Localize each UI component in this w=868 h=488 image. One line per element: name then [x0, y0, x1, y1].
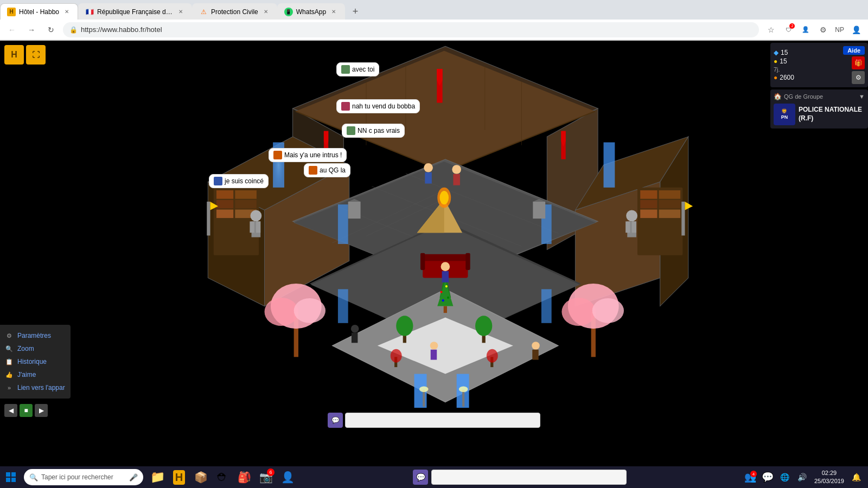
svg-rect-31	[216, 190, 233, 199]
credits-icon: ●	[774, 74, 777, 81]
tab-favicon-habbo: H	[7, 8, 16, 16]
chat-input-box[interactable]	[345, 413, 540, 428]
game-canvas[interactable]	[0, 41, 868, 447]
chat-avatar-6	[214, 177, 222, 185]
svg-point-101	[532, 342, 540, 350]
svg-rect-113	[681, 202, 685, 236]
settings-menu-btn[interactable]: ⚙	[815, 22, 831, 37]
left-menu-item-historique[interactable]: 📋 Historique	[0, 355, 71, 368]
fullscreen-btn[interactable]: ⛶	[26, 45, 46, 65]
settings-gear-btn[interactable]: ⚙	[852, 71, 865, 84]
svg-point-85	[561, 298, 596, 326]
avatar-extension-btn[interactable]: 👤	[798, 22, 813, 37]
svg-rect-35	[235, 200, 257, 209]
clock-display[interactable]: 02:29 25/03/2019	[812, 469, 846, 486]
forward-btn[interactable]: →	[24, 22, 39, 37]
parametres-label: Paramètres	[17, 332, 51, 339]
search-placeholder: Taper ici pour rechercher	[41, 473, 113, 481]
chat-avatar-1	[341, 65, 350, 74]
nav-green-btn[interactable]: ■	[20, 404, 33, 417]
users-badge: 4	[750, 471, 757, 477]
left-menu-item-parametres[interactable]: ⚙ Paramètres	[0, 329, 71, 342]
nav-left-arrow[interactable]: ◀	[4, 404, 17, 417]
notifications-btn[interactable]: 💬	[760, 470, 775, 485]
svg-rect-111	[207, 202, 210, 236]
mic-icon[interactable]: 🎤	[129, 473, 138, 481]
tab-label-wa: WhatsApp	[296, 8, 326, 16]
chat-text-2: nah tu vend du bobba	[352, 102, 415, 110]
lock-icon: 🔒	[69, 26, 78, 34]
chat-text-6: je suis coincé	[225, 177, 264, 185]
tab-favicon-wa: 📱	[284, 8, 293, 16]
tab-habbo[interactable]: H Hôtel - Habbo ✕	[0, 3, 78, 20]
coins-value: 15	[780, 57, 787, 65]
coins-row: ● 15	[774, 57, 794, 65]
tab-close-rf[interactable]: ✕	[176, 8, 185, 16]
svg-rect-105	[250, 221, 254, 233]
taskbar-helmet-app[interactable]: ⛑	[213, 467, 232, 487]
address-bar: ← → ↻ 🔒 https://www.habbo.fr/hotel ☆ 🛡 2…	[0, 20, 868, 40]
group-dropdown-icon[interactable]: ▼	[859, 93, 865, 100]
tab-favicon-rf: 🇫🇷	[85, 8, 94, 16]
taskbar-avatar-app[interactable]: 👤	[278, 467, 297, 487]
tab-close-pc[interactable]: ✕	[261, 8, 270, 16]
url-box[interactable]: 🔒 https://www.habbo.fr/hotel	[63, 22, 759, 37]
tab-protection-civile[interactable]: ⚠ Protection Civile ✕	[192, 3, 277, 20]
volume-icon[interactable]: 🔊	[795, 470, 810, 485]
left-menu-item-jaime[interactable]: 👍 J'aime	[0, 368, 71, 381]
svg-rect-77	[533, 202, 545, 219]
extension-btn1[interactable]: 🛡 2	[781, 22, 796, 37]
tab-whatsapp[interactable]: 📱 WhatsApp ✕	[277, 3, 345, 20]
notification-center-btn[interactable]: 🔔	[848, 470, 864, 485]
tab-label-pc: Protection Civile	[211, 8, 258, 16]
lien-label: Lien vers l'appar	[17, 384, 65, 391]
habbo-users-btn[interactable]: 👥 4	[743, 470, 758, 485]
svg-rect-70	[604, 143, 615, 188]
red-action-btn[interactable]: 🎁	[852, 56, 865, 69]
group-content: 🦁PN POLICE NATIONALE (R.F)	[774, 104, 865, 125]
svg-point-97	[351, 325, 359, 333]
svg-rect-34	[235, 190, 257, 199]
network-icon[interactable]: 🌐	[777, 470, 793, 485]
taskbar-habbo-app[interactable]: H	[169, 467, 189, 487]
taskbar-bag-app[interactable]: 🎒	[234, 467, 254, 487]
profile-btn[interactable]: 👤	[848, 22, 864, 37]
credits-row: ● 2600	[774, 74, 794, 81]
tab-rf-habbo[interactable]: 🇫🇷 République Française de Habbo ✕	[78, 3, 192, 20]
historique-label: Historique	[17, 358, 47, 365]
svg-point-82	[294, 298, 326, 323]
svg-rect-69	[338, 289, 348, 323]
habbo-home-btn[interactable]: H	[4, 45, 24, 65]
bookmark-btn[interactable]: ☆	[763, 22, 778, 37]
svg-rect-94	[453, 174, 460, 185]
taskbar-file-explorer[interactable]: 📁	[148, 467, 167, 487]
nav-right-arrow[interactable]: ▶	[35, 404, 48, 417]
group-icon: 🏠	[774, 93, 782, 100]
main-game-area: H ⛶ avec toi nah tu vend du bobba NN c p…	[0, 41, 868, 447]
svg-rect-123	[6, 472, 10, 477]
taskbar-chat-input-box[interactable]	[431, 470, 627, 485]
taskbar-chest-app[interactable]: 📦	[191, 467, 210, 487]
tab-close-habbo[interactable]: ✕	[62, 8, 71, 16]
svg-rect-102	[532, 350, 538, 360]
chat-type-selector[interactable]: 💬	[328, 413, 343, 428]
taskbar-camera-app[interactable]: 📷 6	[256, 467, 276, 487]
jaime-label: J'aime	[17, 371, 36, 378]
left-menu-item-zoom[interactable]: 🔍 Zoom	[0, 342, 71, 355]
left-menu-item-lien[interactable]: » Lien vers l'appar	[0, 381, 71, 394]
svg-rect-126	[11, 478, 16, 482]
left-menu: ⚙ Paramètres 🔍 Zoom 📋 Historique 👍 J'aim…	[0, 325, 71, 399]
back-btn[interactable]: ←	[4, 22, 20, 37]
start-button[interactable]	[0, 466, 22, 488]
svg-point-93	[452, 165, 461, 174]
reload-btn[interactable]: ↻	[43, 22, 59, 37]
clock-time: 02:29	[822, 469, 837, 477]
tab-close-wa[interactable]: ✕	[329, 8, 338, 16]
taskbar-search-box[interactable]: 🔍 Taper ici pour rechercher 🎤	[24, 469, 143, 485]
new-tab-btn[interactable]: +	[347, 3, 363, 20]
diamond-icon: ◆	[774, 49, 778, 56]
chat-bubble-icon[interactable]: 💬	[413, 470, 428, 485]
help-btn[interactable]: Aide	[843, 46, 865, 55]
svg-point-60	[442, 299, 444, 301]
tab-favicon-pc: ⚠	[199, 8, 208, 16]
